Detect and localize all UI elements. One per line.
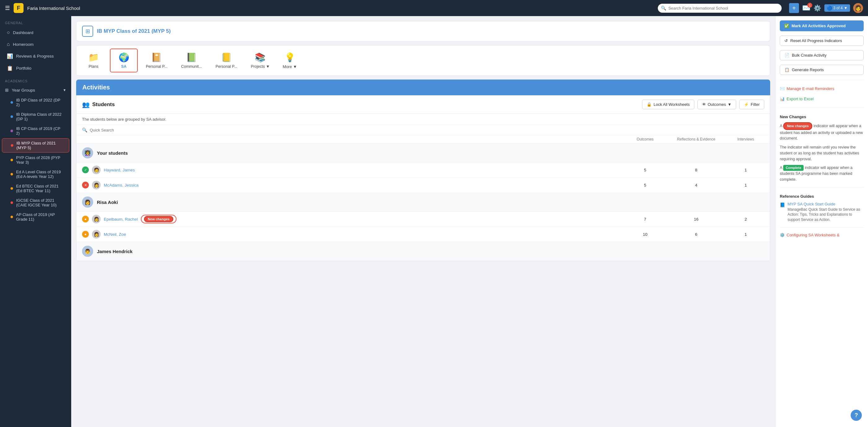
student-link[interactable]: Epelbaum, Rachel — [104, 217, 138, 222]
table-row: ✕ 👩 McAdams, Jessica 5 4 1 — [76, 177, 770, 193]
reflections-value: 16 — [665, 217, 727, 222]
filter-button[interactable]: ⚡ Filter — [739, 100, 764, 109]
app-logo: F — [13, 3, 24, 13]
sidebar-item-label: Reviews & Progress — [16, 54, 54, 59]
avatar: 🧑 — [92, 166, 101, 174]
interviews-value: 1 — [727, 183, 764, 188]
help-button[interactable]: ? — [851, 410, 862, 421]
lock-icon: 🔒 — [647, 102, 652, 107]
year-groups-header[interactable]: ⊞ Year Groups ▼ — [0, 85, 71, 95]
sidebar-item-diploma2022[interactable]: IB Diploma Class of 2022 (DP 1) — [2, 110, 69, 124]
complete-indicator: Complete — [783, 165, 804, 171]
reviews-icon: 📊 — [7, 53, 13, 59]
tab-personal-p2-label: Personal P... — [215, 64, 237, 69]
student-link[interactable]: McNeil, Zoe — [104, 232, 126, 237]
quick-search-input[interactable] — [90, 128, 152, 132]
tab-sa[interactable]: 🌍 SA — [110, 48, 138, 72]
sidebar-item-igcse2021[interactable]: IGCSE Class of 2021 (CAIE IGCSE Year 10) — [2, 196, 69, 209]
class-title: IB MYP Class of 2021 (MYP 5) — [97, 28, 170, 34]
sidebar-item-dp2022[interactable]: IB DP Class of 2022 (DP 2) — [2, 96, 69, 109]
dashboard-icon: ○ — [7, 30, 10, 35]
activities-section: Activities 👥 Students 🔒 Lock All Workshe… — [76, 79, 770, 261]
generate-reports-button[interactable]: 📋 Generate Reports — [780, 65, 864, 75]
new-changes-indicator: New changes — [783, 122, 812, 130]
status-pending-icon: ● — [82, 216, 89, 223]
sidebar: General ○ Dashboard ⌂ Homeroom 📊 Reviews… — [0, 16, 71, 427]
interviews-value: 1 — [727, 168, 764, 172]
main-layout: General ○ Dashboard ⌂ Homeroom 📊 Reviews… — [0, 16, 868, 427]
student-name-cell: ✕ 👩 McAdams, Jessica — [82, 181, 625, 189]
tab-personal-p1[interactable]: 📔 Personal P... — [140, 48, 173, 72]
student-link[interactable]: Hayward, James — [104, 168, 135, 172]
group-header: 👩‍🏫 Your students — [76, 143, 770, 162]
sidebar-item-ap2019[interactable]: AP Class of 2019 (AP Grade 11) — [2, 210, 69, 224]
student-name-cell: ✓ 🧑 Hayward, James — [82, 166, 625, 174]
hamburger-menu-icon[interactable]: ☰ — [5, 5, 10, 11]
col-name-header — [82, 137, 625, 141]
avatar[interactable]: 👩 — [853, 3, 863, 13]
sidebar-item-label: Dashboard — [13, 30, 33, 35]
configuring-link[interactable]: ⚙️ Configuring SA Worksheets & — [780, 233, 864, 237]
sidebar-item-reviews[interactable]: 📊 Reviews & Progress — [2, 51, 69, 62]
outcomes-value: 5 — [625, 168, 665, 172]
student-link[interactable]: McAdams, Jessica — [104, 183, 139, 188]
status-pending-icon: ● — [82, 231, 89, 238]
mark-all-approved-button[interactable]: ✅ Mark All Activities Approved — [780, 21, 864, 31]
tab-projects[interactable]: 📚 Projects ▼ — [245, 48, 275, 72]
sidebar-class-label: AP Class of 2019 (AP Grade 11) — [16, 212, 64, 222]
group-name: Risa Aoki — [97, 200, 118, 205]
sidebar-item-pyp2028[interactable]: PYP Class of 2028 (PYP Year 3) — [2, 153, 69, 167]
lock-worksheets-button[interactable]: 🔒 Lock All Worksheets — [642, 100, 694, 109]
reset-icon: ↺ — [784, 38, 788, 43]
tab-community-label: Communit... — [181, 64, 202, 69]
new-changes-title: New Changes — [780, 114, 864, 119]
tab-more[interactable]: 💡 More ▼ — [278, 48, 302, 72]
sidebar-item-dashboard[interactable]: ○ Dashboard — [2, 27, 69, 38]
nav-badge[interactable]: 🔵 3 of 4 ▼ — [824, 4, 850, 12]
main-content: ⊞ IB MYP Class of 2021 (MYP 5) 📁 Plans 🌍… — [71, 16, 775, 427]
academics-section-label: Academics — [0, 74, 71, 85]
new-changes-circled: New changes — [141, 215, 176, 223]
tab-community[interactable]: 📗 Communit... — [176, 48, 208, 72]
class-icon: ⊞ — [82, 26, 93, 37]
add-button[interactable]: + — [789, 3, 799, 13]
sidebar-item-btec2021[interactable]: Ed BTEC Class of 2021 (Ed BTEC Year 11) — [2, 182, 69, 195]
sidebar-class-label: IB CP Class of 2019 (CP 2) — [16, 126, 64, 135]
content-area: ⊞ IB MYP Class of 2021 (MYP 5) 📁 Plans 🌍… — [71, 16, 868, 427]
search-bar[interactable]: 🔍 — [658, 4, 782, 13]
sidebar-item-homeroom[interactable]: ⌂ Homeroom — [2, 39, 69, 50]
class-header: ⊞ IB MYP Class of 2021 (MYP 5) — [76, 21, 770, 41]
export-excel-link[interactable]: 📊 Export to Excel — [780, 95, 864, 102]
homeroom-icon: ⌂ — [7, 41, 10, 47]
sidebar-item-cp2019[interactable]: IB CP Class of 2019 (CP 2) — [2, 124, 69, 138]
sidebar-item-portfolio[interactable]: 📋 Portfolio — [2, 63, 69, 74]
tab-plans[interactable]: 📁 Plans — [80, 48, 107, 72]
ref-guide-desc: ManageBac Quick Start Guide to Service a… — [787, 207, 864, 223]
sidebar-item-label: Portfolio — [16, 66, 32, 70]
outcomes-button[interactable]: 👁 Outcomes ▼ — [698, 100, 736, 109]
config-icon: ⚙️ — [780, 233, 785, 237]
plans-icon: 📁 — [88, 52, 99, 63]
topnav-actions: + ✉️ 1 ⚙️ 🔵 3 of 4 ▼ 👩 — [789, 3, 863, 13]
ref-guide-link[interactable]: MYP SA Quick Start Guide — [787, 202, 864, 206]
check-circle-icon: ✅ — [784, 24, 789, 28]
search-input[interactable] — [658, 4, 782, 13]
manage-email-link[interactable]: ✉️ Manage E-mail Reminders — [780, 85, 864, 92]
mail-icon[interactable]: ✉️ 1 — [802, 4, 810, 12]
sidebar-item-eda2019[interactable]: Ed A Level Class of 2019 (Ed A-levels Ye… — [2, 167, 69, 181]
tab-personal-p2[interactable]: 📒 Personal P... — [210, 48, 243, 72]
sidebar-class-label: IB DP Class of 2022 (DP 2) — [16, 98, 64, 107]
col-outcomes-header: Outcomes — [625, 137, 665, 141]
group-header: 👩 Risa Aoki — [76, 193, 770, 211]
avatar: 👩 — [92, 181, 101, 189]
reset-progress-button[interactable]: ↺ Reset All Progress Indicators — [780, 36, 864, 46]
bulk-create-button[interactable]: 📄 Bulk Create Activity — [780, 50, 864, 60]
tab-sa-label: SA — [121, 64, 126, 69]
sidebar-item-myp2021[interactable]: IB MYP Class of 2021 (MYP 5) — [2, 138, 69, 153]
community-icon: 📗 — [186, 52, 197, 63]
portfolio-icon: 📋 — [7, 65, 13, 71]
student-group-your-students: 👩‍🏫 Your students ✓ 🧑 Hayward, James — [76, 143, 770, 193]
gear-icon[interactable]: ⚙️ — [813, 4, 821, 12]
class-dot — [10, 187, 13, 190]
class-dot — [11, 144, 13, 147]
